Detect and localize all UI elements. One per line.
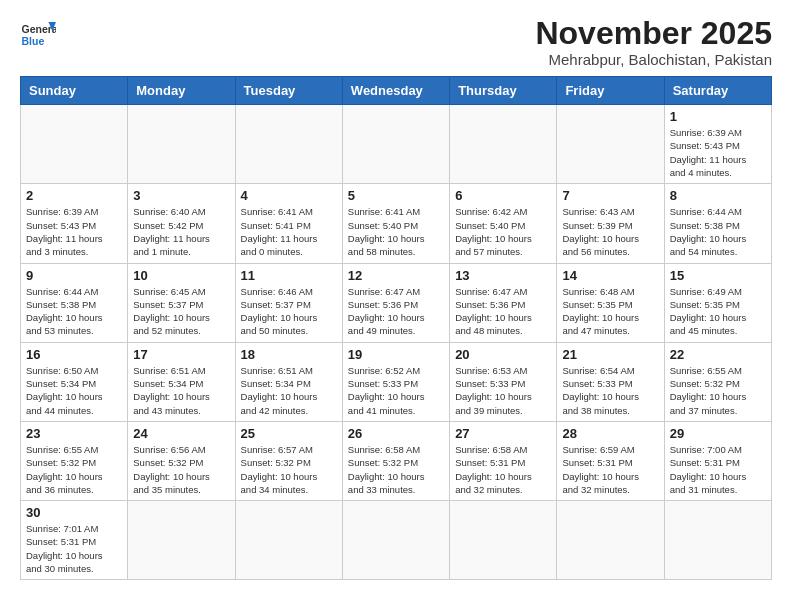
- header-saturday: Saturday: [664, 77, 771, 105]
- table-row: 12Sunrise: 6:47 AM Sunset: 5:36 PM Dayli…: [342, 263, 449, 342]
- table-row: 1Sunrise: 6:39 AM Sunset: 5:43 PM Daylig…: [664, 105, 771, 184]
- day-number: 8: [670, 188, 766, 203]
- svg-text:Blue: Blue: [22, 35, 45, 47]
- table-row: [235, 501, 342, 580]
- table-row: 30Sunrise: 7:01 AM Sunset: 5:31 PM Dayli…: [21, 501, 128, 580]
- day-info: Sunrise: 6:53 AM Sunset: 5:33 PM Dayligh…: [455, 364, 551, 417]
- month-title: November 2025: [535, 16, 772, 51]
- table-row: 16Sunrise: 6:50 AM Sunset: 5:34 PM Dayli…: [21, 342, 128, 421]
- table-row: 27Sunrise: 6:58 AM Sunset: 5:31 PM Dayli…: [450, 421, 557, 500]
- day-number: 29: [670, 426, 766, 441]
- day-number: 2: [26, 188, 122, 203]
- day-info: Sunrise: 6:55 AM Sunset: 5:32 PM Dayligh…: [670, 364, 766, 417]
- table-row: [557, 105, 664, 184]
- table-row: 11Sunrise: 6:46 AM Sunset: 5:37 PM Dayli…: [235, 263, 342, 342]
- logo: General Blue: [20, 16, 56, 52]
- table-row: [342, 501, 449, 580]
- day-info: Sunrise: 6:47 AM Sunset: 5:36 PM Dayligh…: [348, 285, 444, 338]
- day-number: 3: [133, 188, 229, 203]
- day-number: 7: [562, 188, 658, 203]
- day-info: Sunrise: 6:42 AM Sunset: 5:40 PM Dayligh…: [455, 205, 551, 258]
- day-number: 15: [670, 268, 766, 283]
- table-row: 3Sunrise: 6:40 AM Sunset: 5:42 PM Daylig…: [128, 184, 235, 263]
- table-row: 28Sunrise: 6:59 AM Sunset: 5:31 PM Dayli…: [557, 421, 664, 500]
- table-row: 22Sunrise: 6:55 AM Sunset: 5:32 PM Dayli…: [664, 342, 771, 421]
- day-number: 17: [133, 347, 229, 362]
- table-row: 24Sunrise: 6:56 AM Sunset: 5:32 PM Dayli…: [128, 421, 235, 500]
- day-number: 14: [562, 268, 658, 283]
- day-info: Sunrise: 6:59 AM Sunset: 5:31 PM Dayligh…: [562, 443, 658, 496]
- day-info: Sunrise: 6:48 AM Sunset: 5:35 PM Dayligh…: [562, 285, 658, 338]
- day-info: Sunrise: 6:58 AM Sunset: 5:31 PM Dayligh…: [455, 443, 551, 496]
- day-info: Sunrise: 6:43 AM Sunset: 5:39 PM Dayligh…: [562, 205, 658, 258]
- day-number: 12: [348, 268, 444, 283]
- table-row: 9Sunrise: 6:44 AM Sunset: 5:38 PM Daylig…: [21, 263, 128, 342]
- table-row: [21, 105, 128, 184]
- table-row: [128, 501, 235, 580]
- day-number: 19: [348, 347, 444, 362]
- day-number: 1: [670, 109, 766, 124]
- day-number: 18: [241, 347, 337, 362]
- table-row: 10Sunrise: 6:45 AM Sunset: 5:37 PM Dayli…: [128, 263, 235, 342]
- table-row: [557, 501, 664, 580]
- day-number: 30: [26, 505, 122, 520]
- day-number: 28: [562, 426, 658, 441]
- header-monday: Monday: [128, 77, 235, 105]
- day-number: 22: [670, 347, 766, 362]
- table-row: 8Sunrise: 6:44 AM Sunset: 5:38 PM Daylig…: [664, 184, 771, 263]
- day-info: Sunrise: 6:41 AM Sunset: 5:40 PM Dayligh…: [348, 205, 444, 258]
- day-info: Sunrise: 6:58 AM Sunset: 5:32 PM Dayligh…: [348, 443, 444, 496]
- table-row: 7Sunrise: 6:43 AM Sunset: 5:39 PM Daylig…: [557, 184, 664, 263]
- table-row: 25Sunrise: 6:57 AM Sunset: 5:32 PM Dayli…: [235, 421, 342, 500]
- table-row: 13Sunrise: 6:47 AM Sunset: 5:36 PM Dayli…: [450, 263, 557, 342]
- header-tuesday: Tuesday: [235, 77, 342, 105]
- table-row: [342, 105, 449, 184]
- table-row: 20Sunrise: 6:53 AM Sunset: 5:33 PM Dayli…: [450, 342, 557, 421]
- day-number: 6: [455, 188, 551, 203]
- day-info: Sunrise: 6:49 AM Sunset: 5:35 PM Dayligh…: [670, 285, 766, 338]
- day-number: 23: [26, 426, 122, 441]
- day-info: Sunrise: 6:39 AM Sunset: 5:43 PM Dayligh…: [26, 205, 122, 258]
- title-area: November 2025 Mehrabpur, Balochistan, Pa…: [535, 16, 772, 68]
- day-info: Sunrise: 6:39 AM Sunset: 5:43 PM Dayligh…: [670, 126, 766, 179]
- table-row: 23Sunrise: 6:55 AM Sunset: 5:32 PM Dayli…: [21, 421, 128, 500]
- table-row: 14Sunrise: 6:48 AM Sunset: 5:35 PM Dayli…: [557, 263, 664, 342]
- day-info: Sunrise: 6:56 AM Sunset: 5:32 PM Dayligh…: [133, 443, 229, 496]
- table-row: 18Sunrise: 6:51 AM Sunset: 5:34 PM Dayli…: [235, 342, 342, 421]
- logo-icon: General Blue: [20, 16, 56, 52]
- day-info: Sunrise: 6:54 AM Sunset: 5:33 PM Dayligh…: [562, 364, 658, 417]
- day-number: 20: [455, 347, 551, 362]
- table-row: 6Sunrise: 6:42 AM Sunset: 5:40 PM Daylig…: [450, 184, 557, 263]
- table-row: 15Sunrise: 6:49 AM Sunset: 5:35 PM Dayli…: [664, 263, 771, 342]
- day-info: Sunrise: 6:51 AM Sunset: 5:34 PM Dayligh…: [133, 364, 229, 417]
- header-friday: Friday: [557, 77, 664, 105]
- table-row: 5Sunrise: 6:41 AM Sunset: 5:40 PM Daylig…: [342, 184, 449, 263]
- calendar-table: Sunday Monday Tuesday Wednesday Thursday…: [20, 76, 772, 580]
- day-info: Sunrise: 7:01 AM Sunset: 5:31 PM Dayligh…: [26, 522, 122, 575]
- day-number: 10: [133, 268, 229, 283]
- day-info: Sunrise: 6:47 AM Sunset: 5:36 PM Dayligh…: [455, 285, 551, 338]
- table-row: [235, 105, 342, 184]
- header-sunday: Sunday: [21, 77, 128, 105]
- day-number: 13: [455, 268, 551, 283]
- day-info: Sunrise: 7:00 AM Sunset: 5:31 PM Dayligh…: [670, 443, 766, 496]
- day-number: 4: [241, 188, 337, 203]
- day-number: 11: [241, 268, 337, 283]
- table-row: 19Sunrise: 6:52 AM Sunset: 5:33 PM Dayli…: [342, 342, 449, 421]
- table-row: 29Sunrise: 7:00 AM Sunset: 5:31 PM Dayli…: [664, 421, 771, 500]
- day-number: 26: [348, 426, 444, 441]
- day-info: Sunrise: 6:40 AM Sunset: 5:42 PM Dayligh…: [133, 205, 229, 258]
- header-wednesday: Wednesday: [342, 77, 449, 105]
- table-row: 21Sunrise: 6:54 AM Sunset: 5:33 PM Dayli…: [557, 342, 664, 421]
- day-info: Sunrise: 6:41 AM Sunset: 5:41 PM Dayligh…: [241, 205, 337, 258]
- table-row: [664, 501, 771, 580]
- day-number: 21: [562, 347, 658, 362]
- calendar-header-row: Sunday Monday Tuesday Wednesday Thursday…: [21, 77, 772, 105]
- day-info: Sunrise: 6:57 AM Sunset: 5:32 PM Dayligh…: [241, 443, 337, 496]
- day-number: 9: [26, 268, 122, 283]
- day-info: Sunrise: 6:45 AM Sunset: 5:37 PM Dayligh…: [133, 285, 229, 338]
- table-row: [450, 501, 557, 580]
- table-row: [450, 105, 557, 184]
- day-info: Sunrise: 6:52 AM Sunset: 5:33 PM Dayligh…: [348, 364, 444, 417]
- location-subtitle: Mehrabpur, Balochistan, Pakistan: [535, 51, 772, 68]
